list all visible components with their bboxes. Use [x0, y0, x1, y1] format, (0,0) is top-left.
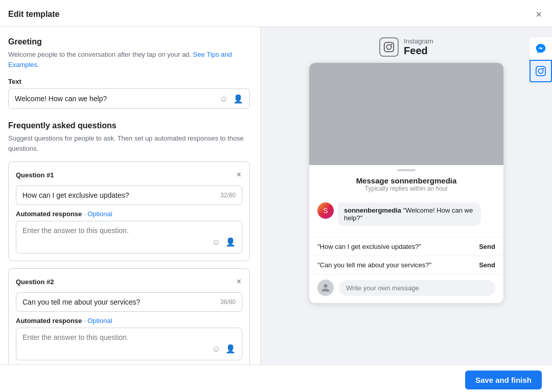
greeting-input-icons: ☺ 👤 [219, 93, 244, 105]
phone-message-input[interactable] [339, 280, 495, 296]
question-2-char-count: 36/80 [220, 298, 236, 306]
main-layout: Greeting Welcome people to the conversat… [0, 27, 552, 364]
phone-biz-name: Message sonnenbergmedia [317, 176, 495, 185]
phone-input-row [309, 274, 503, 303]
answer-2-input[interactable] [22, 333, 221, 353]
question-card-1-header: Question #1 × [16, 169, 242, 180]
question-suggestion-2-text: "Can you tell me about your services?" [317, 261, 431, 269]
svg-point-5 [391, 44, 393, 45]
faq-desc: Suggest questions for people to ask. The… [8, 133, 250, 153]
greeting-desc-text: Welcome people to the conversation after… [8, 51, 191, 58]
greeting-text-input[interactable] [15, 95, 229, 103]
optional-label-1: · Optional [84, 210, 112, 218]
svg-point-1 [538, 68, 543, 73]
phone-message-header: Message sonnenbergmedia Typically replie… [309, 173, 503, 197]
emoji-button-answer-2[interactable]: ☺ [211, 343, 221, 355]
question-card-1: Question #1 × 32/80 Automated response ·… [8, 162, 250, 261]
question-suggestion-1: "How can I get exclusive updates?" Send [309, 237, 503, 256]
greeting-desc: Welcome people to the conversation after… [8, 50, 250, 70]
preview-header: Instagram Feed [379, 37, 433, 57]
instagram-icon [535, 65, 546, 77]
preview-platform-label: Instagram [404, 37, 433, 45]
question-suggestion-2: "Can you tell me about your services?" S… [309, 256, 503, 274]
question-1-label: Question #1 [16, 171, 54, 179]
answer-2-icons: ☺ 👤 [211, 343, 237, 355]
svg-point-4 [387, 44, 392, 49]
greeting-section: Greeting Welcome people to the conversat… [8, 37, 250, 109]
mention-button-answer-1[interactable]: 👤 [224, 236, 237, 248]
question-1-input-wrapper: 32/80 [16, 186, 242, 205]
svg-rect-3 [384, 42, 394, 52]
faq-title: Frequently asked questions [8, 121, 250, 130]
question-2-label: Question #2 [16, 278, 54, 286]
phone-drag-handle [309, 165, 503, 173]
answer-1-input[interactable] [22, 226, 221, 246]
phone-reply-time: Typically replies within an hour [317, 185, 495, 192]
left-panel: Greeting Welcome people to the conversat… [0, 27, 261, 364]
svg-rect-0 [536, 66, 545, 76]
faq-section: Frequently asked questions Suggest quest… [8, 121, 250, 364]
phone-image-placeholder [309, 63, 503, 165]
phone-user-avatar [317, 280, 334, 296]
chat-avatar: S [317, 202, 334, 219]
svg-point-2 [543, 68, 544, 70]
preview-feed-label: Feed [404, 45, 433, 57]
mention-button-greeting[interactable]: 👤 [232, 93, 244, 105]
phone-chat-area: S sonnenbergmedia "Welcome! How can we h… [309, 197, 503, 237]
instagram-feed-icon [383, 41, 395, 53]
answer-1-icons: ☺ 👤 [211, 236, 237, 248]
greeting-text-input-wrapper: ☺ 👤 [8, 88, 250, 109]
question-2-input-wrapper: 36/80 [16, 292, 242, 312]
chat-username: sonnenbergmedia [344, 206, 401, 214]
greeting-title: Greeting [8, 37, 250, 47]
emoji-button-greeting[interactable]: ☺ [219, 93, 229, 105]
question-card-2: Question #2 × 36/80 Automated response ·… [8, 268, 250, 364]
messenger-icon [535, 43, 546, 54]
automated-label-2: Automated response · Optional [16, 317, 242, 325]
send-button-1[interactable]: Send [479, 243, 495, 250]
answer-2-wrapper: ☺ 👤 [16, 328, 242, 360]
answer-1-wrapper: ☺ 👤 [16, 221, 242, 253]
drag-bar [397, 169, 416, 171]
question-1-char-count: 32/80 [220, 192, 236, 199]
question-suggestion-1-text: "How can I get exclusive updates?" [317, 243, 421, 250]
instagram-logo [379, 37, 399, 57]
question-2-input[interactable] [22, 298, 220, 306]
chat-greeting-row: S sonnenbergmedia "Welcome! How can we h… [317, 202, 495, 226]
user-icon [321, 283, 330, 292]
text-field-label: Text [8, 78, 250, 85]
question-card-2-header: Question #2 × [16, 276, 242, 287]
instagram-platform-button[interactable] [530, 60, 552, 82]
close-button[interactable]: × [534, 7, 544, 21]
optional-label-2: · Optional [84, 317, 112, 325]
remove-question-2-button[interactable]: × [236, 276, 242, 287]
automated-label-1: Automated response · Optional [16, 210, 242, 218]
header: Edit template × [0, 0, 552, 27]
question-1-input[interactable] [22, 191, 220, 199]
emoji-button-answer-1[interactable]: ☺ [211, 236, 221, 248]
save-finish-button[interactable]: Save and finish [465, 371, 542, 389]
preview-title-block: Instagram Feed [404, 37, 433, 57]
send-button-2[interactable]: Send [479, 261, 495, 269]
platform-icons [530, 37, 552, 82]
remove-question-1-button[interactable]: × [236, 169, 242, 180]
chat-bubble: sonnenbergmedia "Welcome! How can we hel… [338, 202, 481, 226]
right-panel: Instagram Feed Message sonnenbergmedia T… [261, 27, 552, 364]
phone-mockup: Message sonnenbergmedia Typically replie… [309, 63, 503, 303]
mention-button-answer-2[interactable]: 👤 [224, 343, 237, 355]
messenger-platform-button[interactable] [530, 37, 552, 60]
footer: Save and finish [0, 364, 552, 392]
page-title: Edit template [8, 10, 59, 19]
